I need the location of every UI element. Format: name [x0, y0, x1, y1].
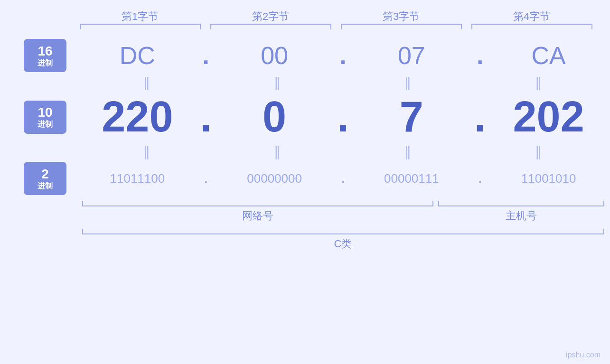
class-label: C类: [82, 237, 604, 251]
dec-dot2: .: [336, 93, 350, 141]
eq2-b3: ‖: [343, 144, 474, 159]
bin-num: 2: [41, 167, 49, 182]
dec-row: 10 进制 220 . 0 . 7 . 202: [0, 93, 610, 141]
dec-dot3: .: [473, 93, 487, 141]
bracket-byte3: [341, 24, 462, 29]
main-container: 第1字节 第2字节 第3字节 第4字节 16 进制 DC . 00 . 07 .…: [0, 0, 610, 364]
bracket-byte4: [471, 24, 592, 29]
equals-row-2: ‖ ‖ ‖ ‖: [82, 144, 604, 159]
bin-b3: 00000111: [350, 171, 473, 186]
hex-label: 16 进制: [24, 39, 66, 72]
hex-text: 进制: [38, 59, 53, 67]
bracket-byte2: [210, 24, 331, 29]
hex-values: DC . 00 . 07 . CA: [76, 41, 610, 70]
dec-text: 进制: [38, 120, 53, 129]
dec-b4: 202: [487, 93, 610, 141]
eq1-b1: ‖: [82, 75, 213, 90]
bin-dot2: .: [336, 171, 350, 186]
host-label: 主机号: [438, 209, 604, 223]
eq1-b2: ‖: [213, 75, 343, 90]
dec-num: 10: [38, 105, 52, 120]
byte4-header: 第4字节: [467, 9, 597, 24]
dec-b2: 0: [213, 93, 336, 141]
host-bracket: [438, 201, 604, 206]
bin-dot1: .: [199, 171, 213, 186]
hex-dot3: .: [473, 41, 487, 70]
dec-b1: 220: [76, 93, 199, 141]
network-bracket: [82, 201, 433, 206]
hex-b4: CA: [487, 41, 610, 70]
dec-label: 10 进制: [24, 101, 66, 134]
network-label: 网络号: [82, 209, 433, 223]
eq2-b1: ‖: [82, 144, 213, 159]
hex-num: 16: [38, 44, 52, 59]
byte2-header: 第2字节: [206, 9, 336, 24]
hex-dot1: .: [199, 41, 213, 70]
class-bracket: [82, 229, 604, 234]
eq1-b4: ‖: [474, 75, 604, 90]
byte1-header: 第1字节: [75, 9, 206, 24]
bin-b2: 00000000: [213, 171, 336, 186]
dec-b3: 7: [350, 93, 473, 141]
hex-b3: 07: [350, 41, 473, 70]
bin-values: 11011100 . 00000000 . 00000111 . 1100101…: [76, 171, 610, 186]
hex-b2: 00: [213, 41, 336, 70]
byte3-header: 第3字节: [336, 9, 467, 24]
bin-label: 2 进制: [24, 162, 66, 195]
dec-dot1: .: [199, 93, 213, 141]
hex-b1: DC: [76, 41, 199, 70]
dec-values: 220 . 0 . 7 . 202: [76, 93, 610, 141]
watermark: ipshu.com: [566, 351, 601, 359]
eq2-b2: ‖: [213, 144, 343, 159]
bin-dot3: .: [473, 171, 487, 186]
bin-b4: 11001010: [487, 171, 610, 186]
network-host-labels: 网络号 主机号: [82, 209, 604, 223]
bottom-bracket-container: [82, 201, 604, 206]
bin-b1: 11011100: [76, 171, 199, 186]
hex-row: 16 进制 DC . 00 . 07 . CA: [0, 39, 610, 72]
equals-row-1: ‖ ‖ ‖ ‖: [82, 75, 604, 90]
top-bracket-row: [75, 24, 597, 29]
bin-text: 进制: [38, 182, 53, 190]
header-row: 第1字节 第2字节 第3字节 第4字节: [75, 9, 597, 24]
eq1-b3: ‖: [343, 75, 474, 90]
bracket-byte1: [80, 24, 201, 29]
bin-row: 2 进制 11011100 . 00000000 . 00000111 . 11…: [0, 162, 610, 195]
hex-dot2: .: [336, 41, 350, 70]
eq2-b4: ‖: [474, 144, 604, 159]
class-bracket-container: [82, 229, 604, 234]
